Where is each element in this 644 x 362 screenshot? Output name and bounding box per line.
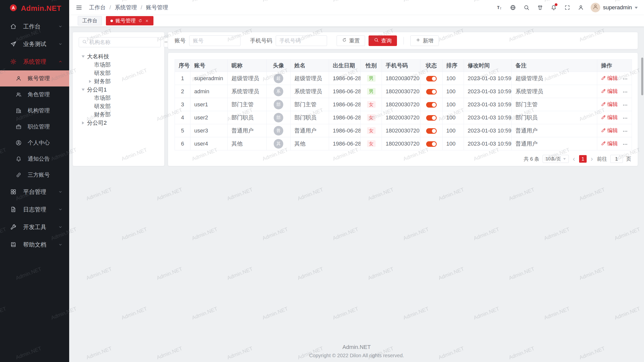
- font-size-icon: TT: [496, 5, 502, 11]
- account-input[interactable]: [189, 35, 240, 46]
- edit-button[interactable]: 编辑: [601, 75, 618, 82]
- edit-button[interactable]: 编辑: [601, 101, 618, 108]
- close-icon: [145, 19, 149, 23]
- user-avatar: 部: [274, 100, 283, 109]
- fullscreen-button[interactable]: [561, 2, 573, 13]
- page-number-button[interactable]: 1: [579, 155, 587, 163]
- status-toggle[interactable]: [426, 76, 437, 81]
- reset-button[interactable]: 重置: [337, 35, 365, 46]
- add-button[interactable]: 新增: [410, 35, 439, 46]
- user-menu[interactable]: superadmin: [591, 3, 638, 12]
- prev-page-button[interactable]: ‹: [572, 156, 576, 162]
- row-more-button[interactable]: [622, 128, 628, 134]
- user-avatar: 系: [274, 87, 283, 96]
- org-search-input[interactable]: [89, 39, 157, 45]
- tree-node[interactable]: 市场部: [79, 61, 158, 69]
- topbar-right: TT superadmin: [494, 2, 638, 13]
- sidebar-subitem-label: 账号管理: [28, 75, 50, 82]
- search-button[interactable]: 查询: [369, 35, 397, 46]
- hamburger-icon[interactable]: [75, 4, 83, 11]
- sidebar-subitem-third-party-account[interactable]: 三方账号: [0, 167, 69, 183]
- row-more-button[interactable]: [622, 142, 628, 147]
- bell-button[interactable]: [548, 2, 559, 13]
- edit-button[interactable]: 编辑: [601, 114, 618, 121]
- tab-close-button[interactable]: [145, 19, 149, 23]
- tree-caret-icon[interactable]: [88, 79, 92, 83]
- status-toggle[interactable]: [426, 141, 437, 147]
- goto-unit: 页: [626, 156, 631, 162]
- tab-bar: 工作台账号管理: [69, 15, 644, 26]
- tree-node[interactable]: 研发部: [79, 102, 158, 110]
- tree-caret-icon[interactable]: [81, 88, 85, 92]
- goto-page-input[interactable]: [610, 155, 623, 163]
- sidebar-subitem-account-management[interactable]: 账号管理: [0, 70, 69, 86]
- theme-button[interactable]: [534, 2, 546, 13]
- sex-badge: 男: [367, 75, 376, 82]
- search-icon: [82, 39, 87, 44]
- sidebar-item-dev-tools[interactable]: 开发工具: [0, 218, 69, 236]
- position-icon: [16, 124, 22, 130]
- logo[interactable]: A Admin.NET: [0, 0, 69, 17]
- row-more-button[interactable]: [622, 115, 628, 121]
- tree-node-label: 市场部: [94, 94, 111, 102]
- search-button[interactable]: [521, 2, 532, 13]
- tree-caret-icon[interactable]: [81, 55, 85, 58]
- tree-node[interactable]: 财务部: [79, 77, 158, 85]
- tree-node[interactable]: 分公司1: [79, 85, 158, 94]
- breadcrumb-item[interactable]: 系统管理: [115, 4, 137, 11]
- sidebar-subitem-notice[interactable]: 通知公告: [0, 151, 69, 167]
- sidebar-subitem-role-management[interactable]: 角色管理: [0, 86, 69, 103]
- row-more-button[interactable]: [622, 76, 628, 82]
- tab-label: 账号管理: [115, 17, 136, 24]
- user-button[interactable]: [575, 2, 587, 13]
- breadcrumb-item[interactable]: 工作台: [89, 4, 106, 11]
- row-more-button[interactable]: [622, 102, 628, 108]
- sidebar-subitem-position-management[interactable]: 职位管理: [0, 119, 69, 135]
- page-size-select[interactable]: 10条/页: [543, 155, 569, 163]
- sort-cell: 100: [442, 98, 464, 111]
- status-toggle[interactable]: [426, 115, 437, 121]
- nickname-cell: 部门职员: [228, 111, 267, 124]
- tab-account-management[interactable]: 账号管理: [106, 16, 153, 25]
- sidebar-item-system-management[interactable]: 系统管理: [0, 53, 69, 70]
- status-toggle[interactable]: [426, 102, 437, 108]
- row-more-button[interactable]: [622, 89, 628, 95]
- edit-icon: [601, 102, 606, 107]
- status-toggle[interactable]: [426, 128, 437, 134]
- sidebar-subitem-personal-center[interactable]: 个人中心: [0, 135, 69, 151]
- sidebar-item-business-test[interactable]: 业务测试: [0, 35, 69, 53]
- tree-node[interactable]: 财务部: [79, 110, 158, 119]
- tree-caret-icon[interactable]: [81, 121, 85, 125]
- sidebar: A Admin.NET 工作台业务测试系统管理账号管理角色管理机构管理职位管理个…: [0, 0, 69, 362]
- edit-icon: [601, 128, 606, 133]
- sidebar-item-workbench[interactable]: 工作台: [0, 18, 69, 35]
- sidebar-item-log-management[interactable]: 日志管理: [0, 201, 69, 218]
- edit-button[interactable]: 编辑: [601, 140, 618, 147]
- pagination: 共 6 条 10条/页 ‹ 1 › 前往 页: [175, 155, 631, 163]
- sex-badge: 女: [367, 101, 376, 108]
- next-page-button[interactable]: ›: [590, 156, 594, 162]
- gear-icon: [10, 58, 17, 65]
- tab-refresh-button[interactable]: [138, 19, 142, 23]
- tab-workbench[interactable]: 工作台: [78, 16, 102, 25]
- tree-node[interactable]: 大名科技: [79, 52, 158, 61]
- edit-button[interactable]: 编辑: [601, 127, 618, 134]
- tree-node[interactable]: 市场部: [79, 94, 158, 102]
- org-icon: [16, 108, 22, 114]
- remark-cell: 超级管理员: [512, 72, 597, 85]
- sidebar-item-platform-management[interactable]: 平台管理: [0, 183, 69, 201]
- column-header-birthday: 出生日期: [329, 60, 361, 72]
- tree-node[interactable]: 研发部: [79, 69, 158, 77]
- edit-button[interactable]: 编辑: [601, 88, 618, 95]
- status-toggle[interactable]: [426, 89, 437, 95]
- modified-cell: 2023-01-03 10:59:44: [464, 124, 512, 137]
- scrollbar-thumb[interactable]: [641, 58, 643, 95]
- sidebar-item-help-docs[interactable]: 帮助文档: [0, 236, 69, 253]
- column-header-status: 状态: [420, 60, 442, 72]
- tree-node[interactable]: 分公司2: [79, 119, 158, 127]
- globe-button[interactable]: [507, 2, 519, 13]
- phone-input[interactable]: [276, 35, 327, 46]
- sidebar-subitem-org-management[interactable]: 机构管理: [0, 103, 69, 119]
- topbar: 工作台/系统管理/账号管理 TT superadmin: [69, 0, 644, 15]
- font-size-button[interactable]: TT: [494, 2, 505, 13]
